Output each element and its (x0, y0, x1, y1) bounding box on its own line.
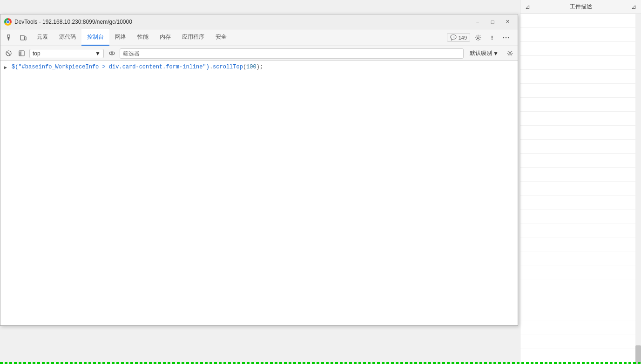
svg-rect-3 (20, 35, 24, 40)
context-value: top (33, 50, 40, 57)
toggle-sidebar-button[interactable] (16, 48, 27, 59)
right-panel-row (520, 70, 641, 84)
right-panel-row (520, 335, 641, 349)
console-settings-button[interactable] (505, 48, 515, 59)
scrollbar-thumb[interactable] (635, 345, 641, 364)
tab-console[interactable]: 控制台 (81, 29, 109, 46)
inspect-element-button[interactable] (4, 32, 16, 44)
right-panel-row (520, 265, 641, 279)
svg-point-21 (509, 53, 511, 54)
maximize-button[interactable]: □ (486, 17, 499, 27)
filter-input[interactable] (120, 48, 464, 59)
tab-sources[interactable]: 源代码 (54, 29, 81, 46)
svg-point-11 (508, 37, 509, 38)
log-level-label: 默认级别 (470, 49, 492, 57)
right-panel-row (520, 321, 641, 335)
svg-rect-4 (25, 37, 26, 40)
message-badge[interactable]: 💬 149 (447, 33, 470, 42)
title-bar-text: DevTools - 192.168.10.230:8099/nem/gc/10… (14, 19, 471, 25)
svg-point-5 (477, 37, 479, 39)
console-expand-arrow[interactable]: ▶ (4, 64, 10, 70)
right-panel-row (520, 182, 641, 195)
tab-memory[interactable]: 内存 (154, 29, 176, 46)
svg-rect-0 (7, 35, 10, 37)
right-panel-row (520, 168, 641, 182)
right-panel-row (520, 126, 641, 140)
device-toolbar-button[interactable] (17, 32, 29, 44)
log-level-arrow: ▼ (493, 50, 499, 57)
right-panel-row (520, 56, 641, 70)
right-panel-row (520, 251, 641, 265)
tab-network[interactable]: 网络 (109, 29, 132, 46)
right-panel-row (520, 28, 641, 42)
tab-elements[interactable]: 元素 (31, 29, 54, 46)
svg-point-10 (506, 37, 506, 38)
tab-application[interactable]: 应用程序 (176, 29, 210, 46)
right-panel-row (520, 237, 641, 251)
method-name: scrollTop (213, 64, 243, 70)
right-panel-row (520, 112, 641, 126)
svg-point-9 (503, 37, 504, 38)
svg-point-7 (492, 37, 493, 38)
title-bar-controls: − □ ✕ (471, 17, 514, 27)
toolbar-left-icons (2, 29, 31, 46)
right-panel-row (520, 42, 641, 56)
tab-security[interactable]: 安全 (210, 29, 232, 46)
right-panel-row (520, 154, 641, 168)
context-dropdown-icon: ▼ (95, 50, 101, 57)
console-output: ▶ $("#baseinfo_WorkpieceInfo > div.card-… (0, 61, 518, 325)
context-selector[interactable]: top ▼ (29, 49, 104, 58)
right-panel-header: ⊿ 工件描述 ⊿ (520, 0, 641, 14)
console-line: ▶ $("#baseinfo_WorkpieceInfo > div.card-… (0, 63, 518, 72)
devtools-window: DevTools - 192.168.10.230:8099/nem/gc/10… (0, 14, 518, 326)
log-level-selector[interactable]: 默认级别 ▼ (466, 48, 502, 59)
message-badge-count: 149 (459, 35, 467, 40)
right-panel-rows (520, 14, 641, 349)
right-panel-row (520, 307, 641, 321)
minimize-button[interactable]: − (471, 17, 484, 27)
console-toolbar: top ▼ 默认级别 ▼ (0, 46, 518, 61)
svg-line-13 (7, 52, 10, 55)
jquery-selector: $("#baseinfo_WorkpieceInfo > div.card-co… (12, 64, 209, 70)
right-panel-row (520, 209, 641, 223)
title-bar: DevTools - 192.168.10.230:8099/nem/gc/10… (0, 14, 518, 29)
right-panel-row (520, 140, 641, 154)
right-panel-row (520, 14, 641, 28)
tabs: 元素 源代码 控制台 网络 性能 内存 应用程序 安全 (31, 29, 443, 46)
right-panel-title: 工件描述 (570, 3, 592, 11)
right-panel-filter-icon2[interactable]: ⊿ (631, 3, 636, 10)
settings-button[interactable] (472, 32, 484, 44)
right-panel-scrollbar[interactable] (635, 14, 641, 364)
close-button[interactable]: ✕ (501, 17, 514, 27)
right-panel-row (520, 84, 641, 98)
live-expression-button[interactable] (107, 48, 117, 59)
svg-point-19 (109, 52, 115, 55)
customize-button[interactable] (486, 32, 498, 44)
clear-console-button[interactable] (3, 48, 13, 59)
right-panel-row (520, 195, 641, 209)
right-panel: ⊿ 工件描述 ⊿ (520, 0, 641, 364)
right-panel-row (520, 223, 641, 237)
number-arg: 100 (246, 64, 256, 70)
right-panel-filter-icon[interactable]: ⊿ (525, 3, 530, 10)
console-code-line: $("#baseinfo_WorkpieceInfo > div.card-co… (12, 64, 263, 70)
toolbar-right: 💬 149 (443, 29, 516, 46)
right-panel-row (520, 293, 641, 307)
message-badge-icon: 💬 (450, 34, 457, 40)
svg-point-8 (492, 38, 493, 39)
right-panel-row (520, 279, 641, 293)
main-toolbar: 元素 源代码 控制台 网络 性能 内存 应用程序 安全 (0, 29, 518, 46)
svg-point-6 (492, 35, 493, 36)
svg-point-20 (111, 53, 113, 54)
tab-performance[interactable]: 性能 (132, 29, 154, 46)
chrome-icon (4, 18, 12, 26)
bottom-dashed-border (0, 362, 641, 364)
right-panel-row (520, 98, 641, 112)
more-options-button[interactable] (500, 32, 512, 44)
